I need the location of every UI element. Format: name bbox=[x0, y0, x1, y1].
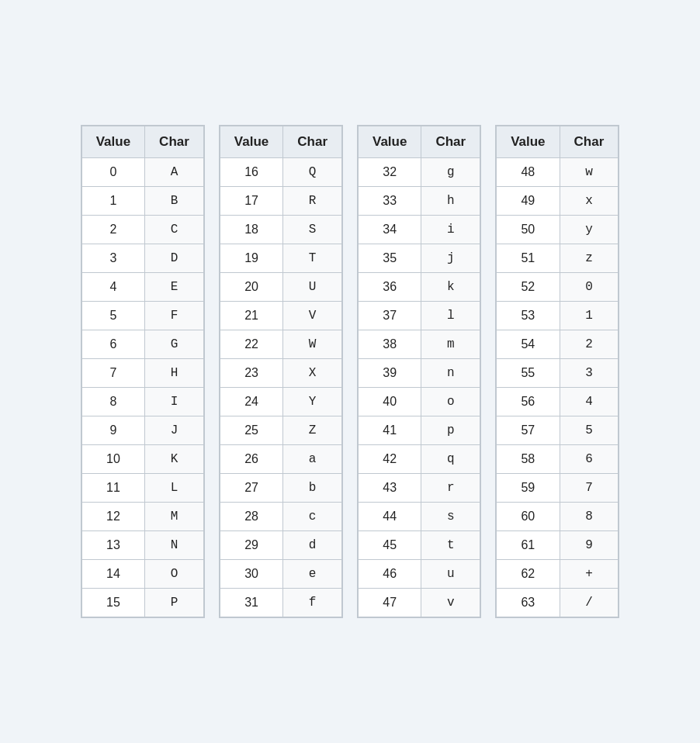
table-row: 24Y bbox=[220, 388, 341, 416]
table-row: 15P bbox=[81, 589, 203, 617]
table-1: ValueChar0A1B2C3D4E5F6G7H8I9J10K11L12M13… bbox=[81, 126, 204, 617]
table-row: 41p bbox=[359, 416, 480, 445]
table-2-row-14-char: e bbox=[283, 560, 342, 589]
table-1-row-4-char: E bbox=[145, 273, 204, 302]
table-1-row-10-value: 10 bbox=[81, 445, 144, 474]
table-4-row-2-char: y bbox=[560, 216, 619, 244]
table-row: 40o bbox=[359, 388, 480, 416]
table-2-row-0-value: 16 bbox=[220, 158, 282, 187]
table-3-row-7-char: n bbox=[421, 359, 480, 388]
table-3-row-3-char: j bbox=[421, 244, 480, 273]
table-2-row-12-value: 28 bbox=[220, 503, 282, 531]
table-row: 48w bbox=[497, 158, 619, 187]
table-row: 32g bbox=[359, 158, 480, 187]
table-2-row-10-char: a bbox=[283, 445, 342, 474]
table-3-row-0-char: g bbox=[421, 158, 480, 187]
table-2-row-5-value: 21 bbox=[220, 302, 282, 330]
table-3-row-10-value: 42 bbox=[359, 445, 421, 474]
table-row: 553 bbox=[497, 359, 619, 388]
table-1-row-6-char: G bbox=[145, 330, 204, 359]
table-row: 35j bbox=[359, 244, 480, 273]
table-4-row-12-value: 60 bbox=[497, 503, 560, 531]
table-row: 49x bbox=[497, 187, 619, 216]
table-3-header-1: Char bbox=[421, 126, 480, 158]
table-row: 63/ bbox=[497, 589, 619, 617]
table-4-row-3-char: z bbox=[560, 244, 619, 273]
table-1-header-0: Value bbox=[81, 126, 144, 158]
table-3-row-15-value: 47 bbox=[359, 589, 421, 617]
table-3: ValueChar32g33h34i35j36k37l38m39n40o41p4… bbox=[358, 126, 480, 617]
table-2-row-11-value: 27 bbox=[220, 474, 282, 503]
table-2-row-15-char: f bbox=[283, 589, 342, 617]
table-1-row-3-char: D bbox=[145, 244, 204, 273]
table-2-row-3-char: T bbox=[283, 244, 342, 273]
table-row: 4E bbox=[81, 273, 203, 302]
table-3-row-13-value: 45 bbox=[359, 531, 421, 560]
table-3-row-9-char: p bbox=[421, 416, 480, 445]
table-3-row-15-char: v bbox=[421, 589, 480, 617]
table-row: 33h bbox=[359, 187, 480, 216]
table-4-row-15-value: 63 bbox=[497, 589, 560, 617]
table-4-row-4-value: 52 bbox=[497, 273, 560, 302]
table-4-row-1-value: 49 bbox=[497, 187, 560, 216]
page-container: ValueChar0A1B2C3D4E5F6G7H8I9J10K11L12M13… bbox=[65, 109, 636, 634]
table-3-row-2-value: 34 bbox=[359, 216, 421, 244]
table-row: 27b bbox=[220, 474, 341, 503]
table-3-row-1-value: 33 bbox=[359, 187, 421, 216]
table-row: 11L bbox=[81, 474, 203, 503]
table-2-row-2-value: 18 bbox=[220, 216, 282, 244]
table-1-row-8-char: I bbox=[145, 388, 204, 416]
table-2-row-7-value: 23 bbox=[220, 359, 282, 388]
table-1-row-15-value: 15 bbox=[81, 589, 144, 617]
table-4: ValueChar48w49x50y51z5205315425535645755… bbox=[496, 126, 619, 617]
table-3-row-10-char: q bbox=[421, 445, 480, 474]
table-row: 26a bbox=[220, 445, 341, 474]
table-3-row-4-value: 36 bbox=[359, 273, 421, 302]
table-1-row-3-value: 3 bbox=[81, 244, 144, 273]
table-1-row-9-char: J bbox=[145, 416, 204, 445]
table-row: 29d bbox=[220, 531, 341, 560]
table-1-header-1: Char bbox=[145, 126, 204, 158]
table-3-row-2-char: i bbox=[421, 216, 480, 244]
table-3-row-7-value: 39 bbox=[359, 359, 421, 388]
table-row: 46u bbox=[359, 560, 480, 589]
table-1-row-6-value: 6 bbox=[81, 330, 144, 359]
table-1-row-9-value: 9 bbox=[81, 416, 144, 445]
table-row: 36k bbox=[359, 273, 480, 302]
table-2-row-3-value: 19 bbox=[220, 244, 282, 273]
table-row: 8I bbox=[81, 388, 203, 416]
table-2-row-1-char: R bbox=[283, 187, 342, 216]
table-3-row-14-value: 46 bbox=[359, 560, 421, 589]
table-3-row-11-value: 43 bbox=[359, 474, 421, 503]
table-row: 38m bbox=[359, 330, 480, 359]
table-4-row-7-value: 55 bbox=[497, 359, 560, 388]
table-2-row-6-value: 22 bbox=[220, 330, 282, 359]
table-2-row-0-char: Q bbox=[283, 158, 342, 187]
table-3-row-5-value: 37 bbox=[359, 302, 421, 330]
table-row: 43r bbox=[359, 474, 480, 503]
table-3-row-3-value: 35 bbox=[359, 244, 421, 273]
table-row: 44s bbox=[359, 503, 480, 531]
table-row: 3D bbox=[81, 244, 203, 273]
table-2-row-6-char: W bbox=[283, 330, 342, 359]
table-row: 17R bbox=[220, 187, 341, 216]
table-row: 20U bbox=[220, 273, 341, 302]
table-1-row-14-value: 14 bbox=[81, 560, 144, 589]
table-4-row-12-char: 8 bbox=[560, 503, 619, 531]
table-3-row-13-char: t bbox=[421, 531, 480, 560]
table-row: 5F bbox=[81, 302, 203, 330]
table-row: 1B bbox=[81, 187, 203, 216]
table-4-row-1-char: x bbox=[560, 187, 619, 216]
table-row: 31f bbox=[220, 589, 341, 617]
table-4-row-10-char: 6 bbox=[560, 445, 619, 474]
table-3-row-0-value: 32 bbox=[359, 158, 421, 187]
table-3-row-12-char: s bbox=[421, 503, 480, 531]
table-1-row-12-char: M bbox=[145, 503, 204, 531]
table-2-row-9-char: Z bbox=[283, 416, 342, 445]
table-row: 42q bbox=[359, 445, 480, 474]
table-1-row-4-value: 4 bbox=[81, 273, 144, 302]
table-1-row-14-char: O bbox=[145, 560, 204, 589]
table-row: 586 bbox=[497, 445, 619, 474]
table-3-row-8-value: 40 bbox=[359, 388, 421, 416]
table-4-row-8-char: 4 bbox=[560, 388, 619, 416]
